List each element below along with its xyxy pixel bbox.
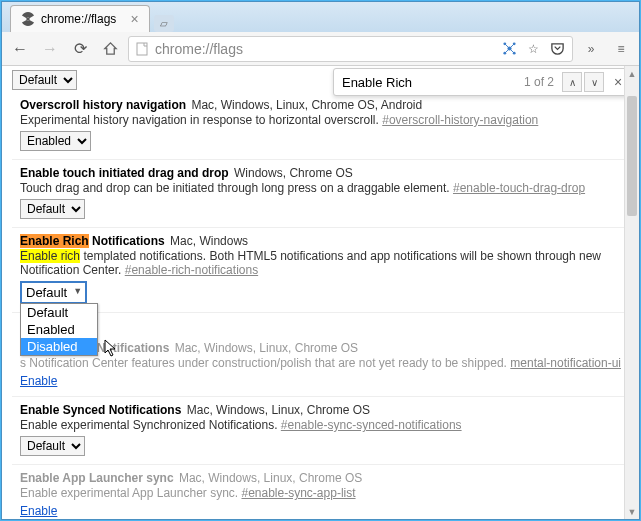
page-content: Default 1 of 2 ∧ ∨ × Overscroll history … [2, 66, 639, 519]
svg-rect-1 [137, 43, 147, 55]
scrollbar[interactable]: ▲ ▼ [624, 66, 639, 519]
flag-select[interactable]: Default [20, 436, 85, 456]
flag-desc: Touch drag and drop can be initiated thr… [20, 181, 621, 195]
flag-platforms: Mac, Windows, Linux, Chrome OS [187, 403, 370, 417]
flag-select[interactable]: Default [20, 199, 85, 219]
back-button[interactable]: ← [8, 37, 32, 61]
share-icon[interactable] [500, 40, 518, 58]
forward-button[interactable]: → [38, 37, 62, 61]
flag-title: Enable Synced Notifications [20, 403, 181, 417]
home-button[interactable] [98, 37, 122, 61]
tab-title: chrome://flags [41, 12, 116, 26]
flag-item: Overscroll history navigation Mac, Windo… [12, 92, 629, 160]
dropdown-option-disabled[interactable]: Disabled [21, 338, 97, 355]
new-tab-button[interactable]: ▱ [154, 15, 174, 32]
flag-item: Enable Synced Notifications Mac, Windows… [12, 397, 629, 465]
flag-desc: Enable experimental App Launcher sync. #… [20, 486, 621, 500]
flag-title: Enable Rich Notifications [20, 234, 165, 248]
browser-window: chrome://flags × ▱ ← → ⟳ chrome://flags … [1, 1, 640, 520]
flag-anchor[interactable]: #overscroll-history-navigation [382, 113, 538, 127]
radiation-icon [21, 12, 35, 26]
flag-platforms: Windows, Chrome OS [234, 166, 353, 180]
extensions-button[interactable]: » [579, 37, 603, 61]
flag-item: Enable App Launcher sync Mac, Windows, L… [12, 465, 629, 519]
flag-platforms: Mac, Windows, Linux, Chrome OS, Android [191, 98, 422, 112]
flag-desc: s Notification Center features under con… [20, 356, 621, 370]
omnibox-url: chrome://flags [155, 41, 494, 57]
flag-anchor[interactable]: #enable-rich-notifications [125, 263, 258, 277]
scroll-up-icon[interactable]: ▲ [625, 66, 639, 81]
flag-item: Enable touch initiated drag and drop Win… [12, 160, 629, 228]
dropdown-list: Default Enabled Disabled [20, 303, 98, 356]
flag-platforms: Mac, Windows [170, 234, 248, 248]
star-icon[interactable]: ☆ [524, 40, 542, 58]
scroll-down-icon[interactable]: ▼ [625, 504, 639, 519]
dropdown-option-enabled[interactable]: Enabled [21, 321, 97, 338]
flag-anchor[interactable]: #enable-sync-synced-notifications [281, 418, 462, 432]
flag-anchor[interactable]: mental-notification-ui [510, 356, 621, 370]
flag-anchor[interactable]: #enable-touch-drag-drop [453, 181, 585, 195]
omnibox[interactable]: chrome://flags ☆ [128, 36, 573, 62]
scroll-thumb[interactable] [627, 96, 637, 216]
flag-item-rich-notifications: Enable Rich Notifications Mac, Windows E… [12, 228, 629, 313]
flags-list: Overscroll history navigation Mac, Windo… [2, 92, 639, 519]
dropdown-option-default[interactable]: Default [21, 304, 97, 321]
flag-select-open[interactable]: Default [20, 281, 87, 304]
flag-title: Overscroll history navigation [20, 98, 186, 112]
tab-close-icon[interactable]: × [130, 11, 138, 27]
flag-anchor[interactable]: #enable-sync-app-list [241, 486, 355, 500]
flag-platforms: Mac, Windows, Linux, Chrome OS [179, 471, 362, 485]
flag-title: Enable touch initiated drag and drop [20, 166, 229, 180]
top-select[interactable]: Default [12, 70, 77, 90]
flag-desc: Enable experimental Synchronized Notific… [20, 418, 621, 432]
flag-desc: Experimental history navigation in respo… [20, 113, 621, 127]
menu-button[interactable]: ≡ [609, 37, 633, 61]
enable-link[interactable]: Enable [20, 504, 57, 518]
toolbar: ← → ⟳ chrome://flags ☆ » ≡ [2, 32, 639, 66]
pocket-icon[interactable] [548, 40, 566, 58]
flag-desc: Enable rich templated notifications. Bot… [20, 249, 621, 277]
find-prev-button[interactable]: ∧ [562, 72, 582, 92]
find-input[interactable] [338, 73, 518, 92]
flag-select[interactable]: Enabled [20, 131, 91, 151]
find-next-button[interactable]: ∨ [584, 72, 604, 92]
flag-platforms: Mac, Windows, Linux, Chrome OS [175, 341, 358, 355]
page-icon [135, 42, 149, 56]
flag-item: mental UI for Notifications Mac, Windows… [12, 313, 629, 397]
flag-title: Enable App Launcher sync [20, 471, 174, 485]
enable-link[interactable]: Enable [20, 374, 57, 388]
tab-bar: chrome://flags × ▱ [2, 2, 639, 32]
tab-active[interactable]: chrome://flags × [10, 5, 150, 32]
find-count: 1 of 2 [524, 75, 554, 89]
reload-button[interactable]: ⟳ [68, 37, 92, 61]
